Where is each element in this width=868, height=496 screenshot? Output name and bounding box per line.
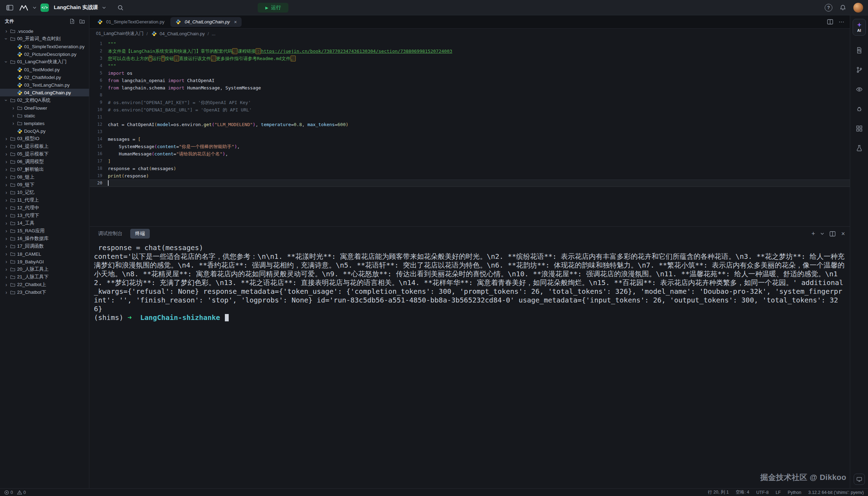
- tree-file[interactable]: 01_SimpleTextGeneration.py: [0, 43, 89, 50]
- testing-flask-icon[interactable]: [854, 143, 865, 154]
- tree-item-label: 02_PictureDescription.py: [24, 52, 76, 57]
- search-icon[interactable]: [116, 3, 125, 13]
- extensions-grid-icon[interactable]: [854, 123, 865, 134]
- tree-folder[interactable]: ›15_RAG应用: [0, 227, 89, 235]
- tree-folder[interactable]: ›static: [0, 112, 89, 119]
- terminal-line: response = chat(messages): [94, 243, 845, 252]
- tree-item-label: 01_LangChain快速入门: [17, 59, 67, 65]
- chevron-icon: ›: [3, 259, 9, 264]
- file-search-icon[interactable]: [854, 45, 865, 56]
- tree-folder[interactable]: ›04_提示模板上: [0, 143, 89, 150]
- notifications-bell-icon[interactable]: [838, 3, 848, 13]
- play-icon: ▶: [265, 6, 268, 10]
- tree-folder[interactable]: ›16_操作数据库: [0, 235, 89, 242]
- split-editor-icon[interactable]: [827, 19, 833, 24]
- panel-header: 调试控制台终端 + ×: [90, 227, 850, 241]
- line-content: [108, 180, 109, 187]
- tree-folder[interactable]: ›08_链上: [0, 173, 89, 181]
- editor-tab[interactable]: 04_ChatLongChain.py×: [170, 17, 242, 27]
- line-content: chat = ChatOpenAI(model=os.environ.get("…: [108, 121, 348, 128]
- statusbar-item[interactable]: 3.12.2 64-bit ('shims': pyenv): [808, 490, 864, 495]
- breadcrumb-item[interactable]: 01_LangChain快速入门: [96, 30, 144, 37]
- tree-item-label: 19_BabyAGI: [17, 259, 44, 264]
- statusbar-item[interactable]: 行 20, 列 1: [708, 489, 729, 495]
- tree-file[interactable]: 03_TextLangChain.py: [0, 81, 89, 89]
- tree-folder[interactable]: ›23_Chatbot下: [0, 289, 89, 296]
- tree-file[interactable]: 04_ChatLongChain.py: [0, 89, 89, 96]
- remote-monitor-icon[interactable]: [854, 474, 865, 485]
- chevron-icon: ›: [3, 274, 9, 280]
- tree-item-label: 23_Chatbot下: [17, 289, 46, 296]
- editor-tab[interactable]: 01_SimpleTextGeneration.py: [92, 17, 169, 27]
- new-terminal-icon[interactable]: +: [811, 231, 815, 237]
- tree-folder[interactable]: ›10_记忆: [0, 189, 89, 196]
- sidebar-toggle-icon[interactable]: [5, 3, 15, 13]
- tree-folder[interactable]: ›OneFlower: [0, 104, 89, 112]
- preview-eye-icon[interactable]: [854, 84, 865, 95]
- tree-folder[interactable]: ›18_CAMEL: [0, 250, 89, 258]
- problems-indicators[interactable]: 0 0: [4, 490, 26, 495]
- logo-chevron-down-icon[interactable]: [33, 7, 36, 9]
- tree-folder[interactable]: ›09_链下: [0, 181, 89, 189]
- tree-folder[interactable]: ›17_回调函数: [0, 242, 89, 250]
- errors-indicator[interactable]: 0: [4, 490, 13, 495]
- tree-folder[interactable]: ›07_解析输出: [0, 166, 89, 173]
- tree-folder[interactable]: ›.vscode: [0, 27, 89, 35]
- app-logo-icon[interactable]: [19, 3, 29, 13]
- tree-folder[interactable]: ›05_提示模板下: [0, 150, 89, 158]
- breadcrumb-item[interactable]: 04_ChatLongChain.py: [150, 31, 205, 36]
- more-actions-icon[interactable]: ⋯: [839, 19, 844, 25]
- tree-item-label: 00_开篇词_奇点时刻: [17, 36, 61, 42]
- tree-file[interactable]: 02_PictureDescription.py: [0, 50, 89, 58]
- tree-file[interactable]: 01_TextModel.py: [0, 66, 89, 73]
- warnings-indicator[interactable]: 0: [17, 490, 26, 495]
- breadcrumb-item[interactable]: ...: [212, 31, 215, 36]
- terminal-prompt[interactable]: (shims) ➜ LangChain-shizhanke: [94, 313, 845, 322]
- tab-debug-console[interactable]: 调试控制台: [95, 229, 126, 239]
- tree-folder[interactable]: ›03_模型IO: [0, 135, 89, 143]
- tree-folder[interactable]: ›01_LangChain快速入门: [0, 58, 89, 66]
- workspace-title[interactable]: LangChain 实战课: [54, 4, 98, 11]
- code-editor[interactable]: 1"""2本文件是【LangChain系统安装和快速入门】章节的配套代码。课程链…: [90, 38, 850, 187]
- workspace-chevron-down-icon[interactable]: [102, 7, 106, 9]
- tree-folder[interactable]: ›06_调用模型: [0, 158, 89, 166]
- ai-assistant-button[interactable]: AI: [853, 19, 866, 36]
- line-number: 9: [90, 99, 108, 106]
- statusbar-item[interactable]: LF: [775, 490, 781, 495]
- tree-folder[interactable]: ›14_工具: [0, 219, 89, 227]
- statusbar-item[interactable]: Python: [788, 490, 801, 495]
- run-button[interactable]: ▶ 运行: [258, 3, 288, 13]
- statusbar-item[interactable]: 空格: 4: [736, 489, 749, 495]
- tree-folder[interactable]: ›21_人脉工具下: [0, 273, 89, 281]
- user-avatar[interactable]: [853, 3, 863, 13]
- tree-folder[interactable]: ›22_Chatbot上: [0, 281, 89, 289]
- tree-item-label: 03_TextLangChain.py: [24, 82, 70, 88]
- new-folder-icon[interactable]: [79, 19, 85, 24]
- close-panel-icon[interactable]: ×: [841, 231, 845, 237]
- tree-folder[interactable]: ›templates: [0, 119, 89, 127]
- terminal-dropdown-icon[interactable]: [821, 233, 824, 235]
- tree-folder[interactable]: ›19_BabyAGI: [0, 258, 89, 265]
- terminal[interactable]: response = chat(messages)content='以下是一些适…: [90, 241, 850, 322]
- statusbar-item[interactable]: UTF-8: [756, 490, 768, 495]
- tree-folder[interactable]: ›20_人脉工具上: [0, 265, 89, 273]
- explorer-header: 文件: [0, 15, 89, 27]
- help-icon[interactable]: ?: [825, 4, 832, 12]
- tree-folder[interactable]: ›12_代理中: [0, 204, 89, 212]
- tree-file[interactable]: 02_ChatModel.py: [0, 73, 89, 81]
- course-badge-icon[interactable]: </>: [41, 3, 49, 12]
- tree-folder[interactable]: ›02_文档QA系统: [0, 96, 89, 104]
- tree-folder[interactable]: ›11_代理上: [0, 196, 89, 204]
- tree-file[interactable]: DocQA.py: [0, 127, 89, 135]
- source-control-branch-icon[interactable]: [854, 64, 865, 75]
- statusbar-right: 行 20, 列 1空格: 4UTF-8LFPython3.12.2 64-bit…: [708, 489, 864, 495]
- python-file-icon: [96, 19, 103, 24]
- close-tab-icon[interactable]: ×: [234, 19, 237, 25]
- split-terminal-icon[interactable]: [830, 231, 836, 236]
- tree-folder[interactable]: ›00_开篇词_奇点时刻: [0, 35, 89, 43]
- folder-icon: [9, 221, 16, 226]
- tree-folder[interactable]: ›13_代理下: [0, 212, 89, 219]
- new-file-icon[interactable]: [69, 19, 75, 24]
- tab-terminal[interactable]: 终端: [130, 229, 150, 239]
- debug-bug-icon[interactable]: [854, 103, 865, 115]
